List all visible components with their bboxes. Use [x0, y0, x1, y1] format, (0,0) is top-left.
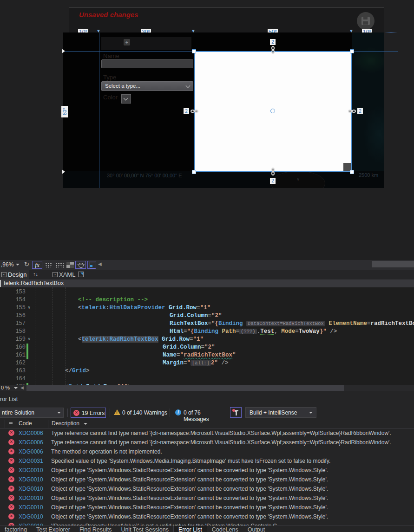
filter-button[interactable]	[230, 407, 242, 418]
designer-toolbar: ,96% ↻ fx ◀	[0, 260, 414, 270]
xaml-code-editor[interactable]: 153154<!-- description -->155∨<telerik:H…	[0, 287, 414, 385]
fold-chevron-icon[interactable]: ∨	[28, 304, 30, 312]
error-code-link[interactable]: XDG0010	[19, 476, 43, 483]
code-line[interactable]: 153	[0, 288, 414, 296]
error-row[interactable]: ×XDG0010Object of type 'System.Windows.S…	[0, 493, 414, 503]
swap-panes-icon[interactable]: ↑↓	[33, 271, 38, 277]
anchor-chain-icon[interactable]	[271, 46, 276, 54]
messages-filter-button[interactable]: i 0 of 76 Messages	[175, 408, 226, 418]
editor-zoom-dropdown-icon[interactable]	[14, 387, 18, 389]
code-line[interactable]: 161Name="radRichTextBox"	[0, 351, 414, 359]
error-row[interactable]: ×XDG0006The method or operation is not i…	[0, 447, 414, 456]
editor-zoom-value[interactable]: 0 %	[1, 385, 10, 390]
margin-badge-top[interactable]: 2	[270, 39, 276, 45]
errors-filter-button[interactable]: × 19 Errors	[71, 408, 106, 418]
error-row[interactable]: ×XDG0006Type reference cannot find type …	[0, 428, 414, 438]
snap-grid-button[interactable]	[75, 261, 86, 269]
designer-horizontal-scrollbar[interactable]	[372, 261, 414, 267]
error-row[interactable]: ×XDG0010'{DependencyProperty.UnsetValue}…	[0, 521, 414, 526]
error-row[interactable]: ×XDG0031Specified value of type 'System.…	[0, 456, 414, 466]
tool-window-tab-error-list[interactable]: Error List	[173, 526, 207, 532]
error-code-link[interactable]: XDG0010	[19, 467, 43, 474]
tool-window-tab-output[interactable]: Output	[243, 526, 270, 532]
code-line[interactable]: 160Grid.Column="2"	[0, 344, 414, 351]
row-marker-icon[interactable]	[62, 49, 65, 53]
margin-badge-bottom[interactable]: 2	[270, 178, 276, 184]
tool-window-tab-factoring[interactable]: factoring	[0, 526, 32, 532]
error-row[interactable]: ×XDG0010Object of type 'System.Windows.S…	[0, 503, 414, 512]
unsaved-changes-label: Unsaved changes	[79, 11, 138, 19]
error-code-link[interactable]: XDG0006	[19, 430, 43, 436]
build-intellisense-dropdown[interactable]: Build + IntelliSense	[245, 407, 316, 418]
error-row[interactable]: ×XDG0006Type reference cannot find type …	[0, 438, 414, 447]
error-code-link[interactable]: XDG0006	[19, 439, 43, 446]
anchor-chain-icon[interactable]	[348, 109, 356, 114]
tool-window-tab-unit-test-sessions[interactable]: Unit Test Sessions	[116, 526, 173, 532]
margin-badge-left[interactable]: 2	[184, 108, 189, 114]
warnings-filter-button[interactable]: 0 of 140 Warnings	[114, 408, 167, 418]
anchor-chain-icon[interactable]	[191, 109, 199, 114]
zoom-dropdown-icon[interactable]	[16, 264, 20, 266]
warning-icon	[114, 409, 120, 415]
code-text: <telerik:RadRichTextBox Grid.Row="1"	[78, 336, 204, 344]
code-line[interactable]: 158Html="{Binding Path=(???).Test, Mode=…	[0, 328, 414, 336]
refresh-icon[interactable]: ↻	[24, 261, 29, 269]
code-line[interactable]: 154<!-- description -->	[0, 296, 414, 304]
row-size-badge[interactable]: 80*	[61, 106, 68, 117]
error-code-link[interactable]: XDG0010	[19, 486, 43, 492]
selection-handle[interactable]	[192, 49, 196, 53]
editor-horizontal-scrollbar[interactable]	[26, 385, 344, 391]
error-row[interactable]: ×XDG0010Object of type 'System.Windows.S…	[0, 484, 414, 493]
document-outline-button[interactable]	[87, 261, 96, 269]
error-code-link[interactable]: XDG0031	[19, 458, 43, 464]
form-toolbar-strip	[101, 37, 191, 50]
severity-column-icon[interactable]	[9, 422, 13, 426]
scroll-left-icon[interactable]: ◀	[20, 385, 24, 390]
xaml-designer-surface[interactable]: Unsaved changes 10* 30* 50* 10* ▼ ▼ ▼ + …	[0, 0, 414, 260]
designer-zoom-value[interactable]: ,96%	[1, 261, 13, 269]
collapse-left-icon[interactable]: ◀	[98, 261, 102, 269]
scope-dropdown[interactable]: ntire Solution	[0, 408, 64, 418]
name-input[interactable]	[101, 59, 193, 68]
checkerboard-icon[interactable]	[66, 262, 74, 268]
error-code-link[interactable]: XDG0010	[19, 495, 43, 501]
description-column-header[interactable]: Description	[52, 420, 79, 427]
code-line[interactable]: 162Margin="[all:]2" />	[0, 359, 414, 367]
add-file-icon[interactable]: +	[124, 39, 130, 45]
center-anchor-icon[interactable]	[270, 109, 275, 113]
code-text: Margin="[all:]2" />	[163, 359, 228, 367]
selection-handle[interactable]	[350, 49, 354, 53]
row-marker-icon[interactable]	[62, 169, 65, 174]
anchor-chain-icon[interactable]	[271, 168, 276, 176]
tool-window-tab-test-explorer[interactable]: Test Explorer	[32, 526, 75, 532]
grid-settings-icon[interactable]	[55, 262, 64, 268]
error-row[interactable]: ×XDG0010Object of type 'System.Windows.S…	[0, 512, 414, 521]
code-line[interactable]: 159∨<telerik:RadRichTextBox Grid.Row="1"	[0, 336, 414, 344]
error-row[interactable]: ×XDG0010Object of type 'System.Windows.S…	[0, 466, 414, 475]
color-dropdown[interactable]	[121, 94, 131, 104]
margin-badge-right[interactable]: 2	[357, 108, 363, 114]
type-combobox[interactable]: Select a type...	[101, 81, 193, 91]
code-line[interactable]: 157RichTextBox="{Binding DataContext=Rad…	[0, 320, 414, 328]
code-column-header[interactable]: Code	[19, 420, 32, 427]
code-line[interactable]: 163</Grid>	[0, 367, 414, 375]
error-code-link[interactable]: XDG0010	[19, 513, 43, 520]
document-outline-breadcrumb[interactable]: telerik:RadRichTextBox	[0, 279, 414, 287]
selection-handle[interactable]	[350, 170, 354, 174]
popout-icon[interactable]	[78, 272, 84, 277]
error-row[interactable]: ×XDG0010Object of type 'System.Windows.S…	[0, 475, 414, 484]
error-rows: ×XDG0006Type reference cannot find type …	[0, 428, 414, 526]
code-line[interactable]: 156Grid.Column="2"	[0, 312, 414, 320]
error-code-link[interactable]: XDG0010	[19, 504, 43, 511]
effects-fx-button[interactable]: fx	[32, 261, 42, 269]
tool-window-tab-find-results[interactable]: Find Results	[75, 526, 116, 532]
selection-handle[interactable]	[192, 170, 196, 174]
grid-dots-icon[interactable]	[45, 262, 52, 268]
code-line[interactable]: 155∨<telerik:HtmlDataProvider Grid.Row="…	[0, 304, 414, 312]
error-code-link[interactable]: XDG0006	[19, 448, 43, 455]
code-line[interactable]: 164	[0, 375, 414, 383]
tab-xaml[interactable]: XAML	[59, 271, 75, 278]
tab-design[interactable]: Design	[8, 271, 26, 278]
tool-window-tab-codelens[interactable]: CodeLens	[207, 526, 243, 532]
fold-chevron-icon[interactable]: ∨	[28, 336, 30, 344]
